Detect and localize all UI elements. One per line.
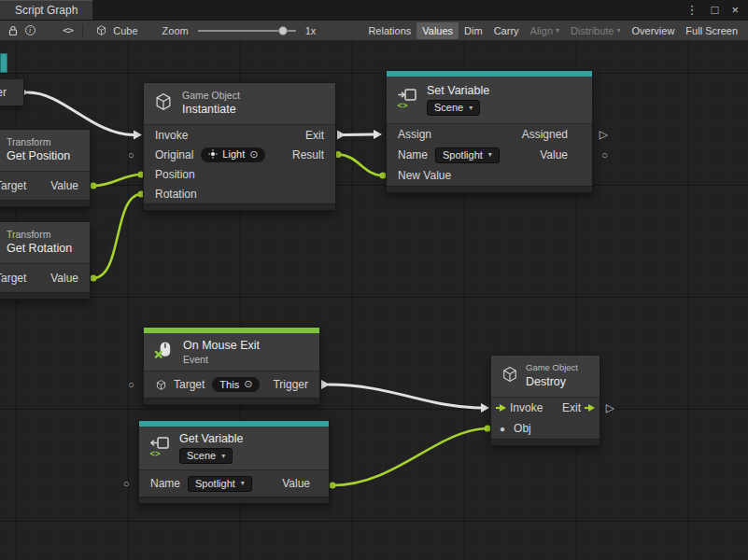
node-title: Get Variable	[179, 432, 244, 446]
node-category: Game Object	[526, 363, 578, 372]
value-output-port[interactable]: ○	[601, 150, 608, 161]
value-output-port[interactable]	[91, 275, 97, 282]
original-object-field[interactable]: Light ⊙	[201, 147, 265, 162]
node-header[interactable]: On Mouse Exit Event	[144, 333, 319, 371]
target-object-field[interactable]: This ⊙	[212, 377, 260, 392]
wire-rotation-value[interactable]	[93, 194, 141, 278]
offscreen-event-node[interactable]: Trigger	[0, 78, 24, 106]
variable-scope-dropdown[interactable]: Scene ▾	[427, 100, 480, 116]
assigned-output-port[interactable]: ▷	[600, 129, 608, 140]
variable-name-dropdown[interactable]: Spotlight ▾	[435, 147, 500, 163]
lock-icon[interactable]	[5, 22, 21, 39]
zoom-label: Zoom	[162, 25, 189, 36]
game-object-cube-icon	[153, 91, 174, 116]
variable-scope-dropdown[interactable]: Scene ▾	[179, 448, 233, 464]
menu-icon[interactable]: ⋮	[686, 3, 699, 17]
tab-script-graph[interactable]: Script Graph	[0, 0, 92, 20]
carry-button[interactable]: Carry	[488, 22, 525, 39]
exit-flow-indicator[interactable]: ▷	[606, 402, 614, 413]
exit-output-port[interactable]	[585, 404, 595, 412]
variable-name-dropdown[interactable]: Spotlight ▾	[188, 476, 252, 492]
values-button[interactable]: Values	[416, 22, 459, 39]
node-header[interactable]: Game Object Instantiate	[144, 83, 335, 124]
node-title: Set Variable	[427, 84, 489, 98]
original-input-port[interactable]: ○	[128, 149, 134, 160]
node-header[interactable]: <> Get Variable Scene ▾	[139, 427, 329, 469]
dim-button[interactable]: Dim	[459, 22, 488, 39]
distribute-button[interactable]: Distribute▾	[565, 22, 626, 39]
tab-title: Script Graph	[15, 4, 78, 17]
obj-input-label: Obj	[514, 422, 531, 435]
node-get-rotation[interactable]: Transform Get Rotation Target Value	[0, 221, 91, 300]
chevron-down-icon: ▾	[488, 150, 492, 159]
trigger-output-label: Trigger	[273, 378, 308, 391]
exit-output-label: Exit	[562, 401, 581, 414]
object-picker-icon[interactable]: ⊙	[249, 148, 258, 161]
tab-bar: Script Graph ⋮ □ ×	[0, 0, 748, 21]
node-instantiate[interactable]: Game Object Instantiate Invoke Exit ○ Or…	[143, 82, 336, 211]
window-controls: ⋮ □ ×	[677, 0, 748, 20]
node-get-variable[interactable]: <> Get Variable Scene ▾ ○ Name Spotlight	[138, 420, 330, 504]
get-variable-icon: <>	[148, 435, 171, 461]
node-header[interactable]: Game Object Destroy	[491, 356, 600, 397]
node-footer	[139, 497, 329, 503]
node-footer	[144, 203, 335, 210]
fullscreen-button[interactable]: Full Screen	[680, 22, 743, 39]
control-output-port[interactable]	[337, 131, 346, 140]
code-icon[interactable]: <>	[63, 24, 73, 36]
close-icon[interactable]: ×	[731, 3, 739, 17]
result-output-label: Result	[292, 148, 324, 161]
mouse-exit-icon	[153, 340, 175, 365]
name-input-port[interactable]: ○	[123, 479, 130, 489]
info-icon[interactable]: i	[21, 22, 38, 39]
maximize-icon[interactable]: □	[712, 3, 719, 17]
overview-button[interactable]: Overview	[627, 22, 681, 39]
wire-variable-to-obj[interactable]	[332, 428, 487, 485]
invoke-input-port[interactable]	[496, 404, 506, 412]
target-object-value: This	[219, 379, 239, 390]
control-input-port[interactable]	[374, 130, 382, 139]
name-input-label: Name	[150, 477, 180, 490]
value-output-port[interactable]	[330, 483, 336, 489]
zoom-slider-knob[interactable]	[278, 26, 288, 35]
graph-canvas[interactable]: Trigger Transform Get Position Target Va…	[0, 41, 748, 560]
chevron-down-icon: ▾	[241, 479, 245, 487]
node-header[interactable]: Transform Get Position	[0, 130, 90, 171]
svg-text:<>: <>	[398, 100, 409, 110]
assigned-output-label: Assigned	[522, 128, 568, 141]
target-input-port[interactable]: ○	[128, 380, 134, 390]
wire-position-value[interactable]	[93, 175, 141, 186]
invoke-input-label: Invoke	[510, 401, 543, 414]
invoke-input-label: Invoke	[155, 129, 188, 142]
position-input-label: Position	[155, 168, 195, 181]
name-input-label: Name	[398, 148, 428, 161]
control-input-port[interactable]	[481, 403, 489, 413]
obj-input-port[interactable]: ●	[500, 424, 505, 434]
offscreen-node-fragment[interactable]	[0, 53, 7, 73]
node-header[interactable]: Transform Get Rotation	[0, 222, 90, 263]
node-footer	[491, 439, 600, 445]
node-get-position[interactable]: Transform Get Position Target Value	[0, 129, 91, 207]
node-footer	[0, 292, 90, 299]
control-output-port[interactable]	[321, 380, 330, 389]
object-picker-icon[interactable]: ⊙	[244, 378, 252, 390]
game-object-cube-icon	[155, 379, 167, 391]
graph-target-label[interactable]: Cube	[113, 25, 137, 36]
node-header[interactable]: <> Set Variable Scene ▾	[387, 77, 592, 123]
target-input-label: Target	[174, 378, 205, 391]
zoom-slider[interactable]	[198, 24, 296, 37]
node-destroy[interactable]: Game Object Destroy Invoke Exit ▷ ● Obj	[490, 355, 600, 446]
wire-layer	[0, 41, 748, 560]
value-output-label: Value	[540, 148, 568, 161]
wire-exit-to-assign[interactable]	[344, 134, 374, 135]
node-on-mouse-exit[interactable]: On Mouse Exit Event ○ Target This ⊙ Trig…	[143, 327, 320, 405]
control-input-port[interactable]	[134, 131, 142, 140]
align-button[interactable]: Align▾	[525, 22, 565, 39]
value-output-port[interactable]	[91, 183, 97, 189]
value-output-label: Value	[282, 477, 310, 490]
node-footer	[0, 200, 90, 206]
wire-trigger-to-destroy-invoke[interactable]	[329, 385, 482, 408]
wire-result-to-newvalue[interactable]	[338, 155, 383, 176]
relations-button[interactable]: Relations	[362, 22, 416, 39]
node-set-variable[interactable]: <> Set Variable Scene ▾ Assign Assigned …	[386, 70, 593, 193]
